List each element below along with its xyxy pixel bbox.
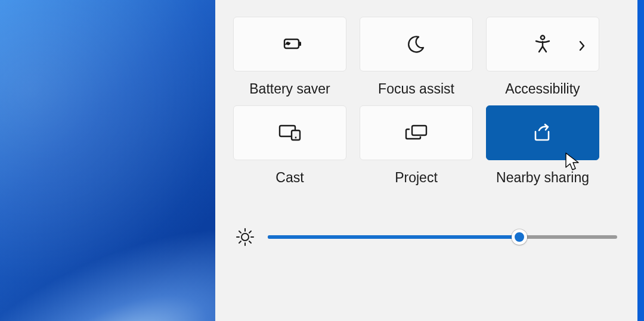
brightness-thumb[interactable]: [512, 229, 527, 245]
svg-line-16: [239, 231, 241, 233]
share-icon: [532, 123, 553, 142]
moon-icon: [405, 33, 427, 55]
focus-assist-tile[interactable]: [360, 17, 473, 71]
tile-grid: Battery saver Focus assist: [233, 17, 620, 186]
tile-label: Battery saver: [249, 81, 330, 97]
quick-settings-panel: Battery saver Focus assist: [215, 0, 637, 321]
svg-line-6: [543, 46, 546, 52]
svg-rect-10: [412, 126, 426, 135]
nearby-sharing-tile[interactable]: [486, 105, 599, 160]
cast-tile[interactable]: [233, 105, 346, 160]
project-icon: [404, 123, 429, 142]
brightness-slider-row: [233, 227, 620, 247]
battery-saver-icon: [277, 35, 302, 53]
accessibility-tile[interactable]: [486, 17, 599, 71]
cast-icon: [277, 123, 302, 142]
chevron-right-icon[interactable]: [578, 40, 586, 48]
tile-label: Nearby sharing: [496, 170, 589, 186]
accessibility-icon: [532, 34, 553, 54]
svg-rect-8: [292, 130, 300, 140]
svg-rect-1: [299, 42, 301, 46]
brightness-icon: [236, 227, 255, 247]
svg-line-17: [249, 241, 251, 243]
brightness-fill: [268, 235, 519, 239]
svg-point-9: [295, 137, 297, 139]
battery-saver-tile[interactable]: [233, 17, 346, 71]
tile-label: Focus assist: [378, 81, 454, 97]
svg-point-3: [541, 36, 544, 39]
svg-line-18: [239, 241, 241, 243]
right-edge-strip: [637, 0, 644, 321]
svg-line-19: [249, 231, 251, 233]
svg-line-5: [539, 46, 543, 52]
tile-label: Project: [395, 170, 438, 186]
brightness-slider[interactable]: [268, 235, 617, 239]
svg-point-11: [242, 233, 249, 241]
project-tile[interactable]: [360, 105, 473, 160]
tile-label: Accessibility: [505, 81, 580, 97]
tile-label: Cast: [275, 170, 304, 186]
desktop-wallpaper: [0, 0, 215, 321]
